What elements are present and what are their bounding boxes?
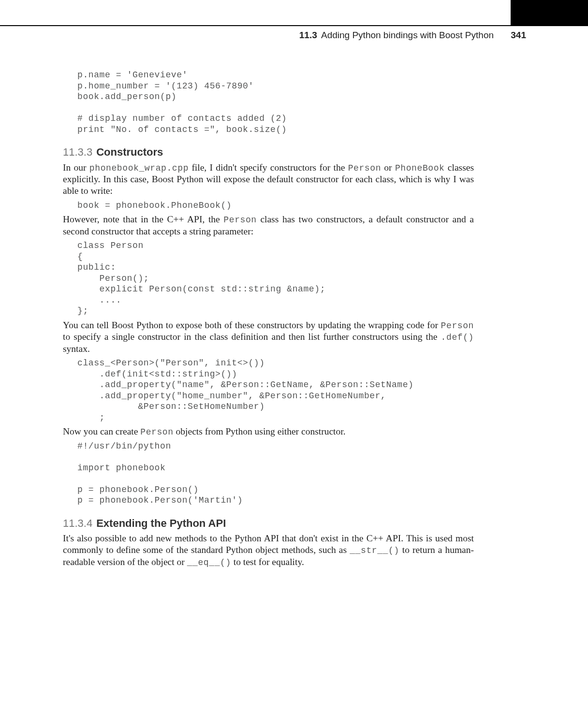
inline-code: phonebook_wrap.cpp [89,163,189,173]
text-run: file, I didn't specify constructors for … [189,162,348,173]
inline-code: __eq__() [187,558,231,567]
paragraph: However, note that in the C++ API, the P… [63,214,474,237]
section-heading-constructors: 11.3.3Constructors [63,145,474,159]
section-title: Constructors [96,146,163,158]
code-block-intro: p.name = 'Genevieve' p.home_number = '(1… [77,70,474,135]
page: 11.3 Adding Python bindings with Boost P… [0,0,588,725]
text-run: objects from Python using either constru… [174,426,346,436]
section-number: 11.3.3 [63,146,92,158]
text-run: Now you can create [63,426,140,436]
corner-tab [511,0,588,25]
header-rule [0,25,588,26]
inline-code: Person [441,321,474,331]
code-block: book = phonebook.PhoneBook() [77,200,474,211]
text-run: You can tell Boost Python to expose both… [63,320,441,330]
text-run: to test for equality. [231,557,304,567]
paragraph: You can tell Boost Python to expose both… [63,319,474,355]
inline-code: PhoneBook [395,163,445,173]
section-number: 11.3.4 [63,517,92,529]
paragraph: It's also possible to add new methods to… [63,533,474,568]
text-run: In our [63,162,89,173]
running-header: 11.3 Adding Python bindings with Boost P… [299,30,526,41]
text-run: to specify a single constructor in the c… [63,332,441,342]
page-content: p.name = 'Genevieve' p.home_number = '(1… [63,68,474,571]
paragraph: Now you can create Person objects from P… [63,426,474,438]
header-section-number: 11.3 [299,30,317,40]
paragraph: In our phonebook_wrap.cpp file, I didn't… [63,162,474,197]
inline-code: __str__() [350,546,399,555]
text-run: However, note that in the C++ API, the [63,214,223,224]
header-page-number: 341 [511,30,526,40]
text-run: or [381,162,395,173]
inline-code: Person [348,163,381,173]
code-block: class Person { public: Person(); explici… [77,240,474,317]
code-block: class_<Person>("Person", init<>()) .def(… [77,358,474,423]
inline-code: .def() [441,333,474,342]
inline-code: Person [140,427,173,437]
inline-code: Person [223,215,256,225]
section-heading-extending: 11.3.4Extending the Python API [63,517,474,530]
header-section-title: Adding Python bindings with Boost Python [321,30,494,40]
code-block: #!/usr/bin/python import phonebook p = p… [77,441,474,506]
section-title: Extending the Python API [96,517,226,529]
text-run: syntax. [63,344,90,354]
